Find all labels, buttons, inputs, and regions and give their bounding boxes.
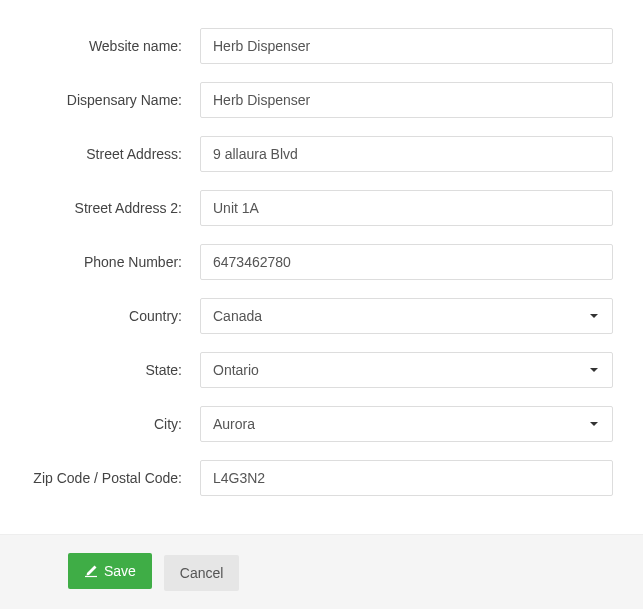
dispensary-name-input[interactable] [200,82,613,118]
form-container: Website name: Dispensary Name: Street Ad… [0,0,643,534]
state-select[interactable]: Ontario [200,352,613,388]
save-button-label: Save [104,563,136,579]
zip-code-input[interactable] [200,460,613,496]
street-address-2-label: Street Address 2: [30,200,200,216]
street-address-2-input[interactable] [200,190,613,226]
city-label: City: [30,416,200,432]
state-label: State: [30,362,200,378]
cancel-button[interactable]: Cancel [164,555,240,591]
form-row-zip-code: Zip Code / Postal Code: [30,460,613,496]
form-row-website-name: Website name: [30,28,613,64]
city-select[interactable]: Aurora [200,406,613,442]
edit-icon [84,564,98,578]
cancel-button-label: Cancel [180,565,224,581]
country-label: Country: [30,308,200,324]
form-row-street-address-2: Street Address 2: [30,190,613,226]
phone-number-label: Phone Number: [30,254,200,270]
street-address-label: Street Address: [30,146,200,162]
form-row-dispensary-name: Dispensary Name: [30,82,613,118]
form-row-country: Country: Canada [30,298,613,334]
save-button[interactable]: Save [68,553,152,589]
country-select[interactable]: Canada [200,298,613,334]
phone-number-input[interactable] [200,244,613,280]
zip-code-label: Zip Code / Postal Code: [30,470,200,486]
dispensary-name-label: Dispensary Name: [30,92,200,108]
form-row-city: City: Aurora [30,406,613,442]
form-row-state: State: Ontario [30,352,613,388]
website-name-label: Website name: [30,38,200,54]
street-address-input[interactable] [200,136,613,172]
form-row-phone-number: Phone Number: [30,244,613,280]
button-bar: Save Cancel [0,534,643,609]
website-name-input[interactable] [200,28,613,64]
form-row-street-address: Street Address: [30,136,613,172]
